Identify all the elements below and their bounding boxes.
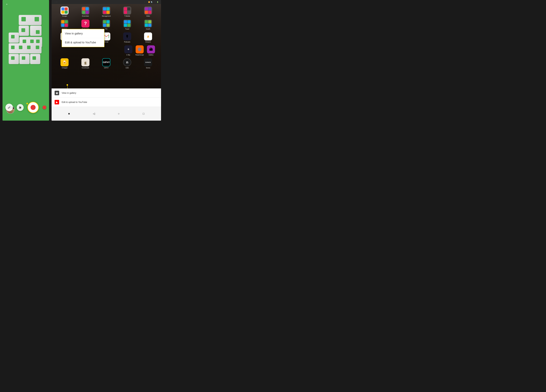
ksky-icon: ✦ [124,45,132,53]
video-icon [144,6,152,15]
edit-upload-popup[interactable]: Edit & upload to YouTube [62,38,104,47]
app-untappd[interactable]: 🍺 Untappd [59,58,70,69]
app-row-1: Google Essentials [54,6,158,17]
app-giphy[interactable]: GIPHY GIPHY [101,58,111,69]
sheet-youtube-icon: ▶ [55,100,59,104]
management-label: Management [102,15,111,17]
nav-recents-button[interactable]: □ [140,111,147,117]
status-bar: 3:35 🖼 ⊞ 📶 📡 59% 🔋 [52,0,161,4]
yellow-dot-connector [26,103,28,104]
app-podcasts[interactable]: 🎙 Podcasts [122,32,132,43]
mic-icon: 🎤 [8,106,10,109]
app-essentials[interactable]: Essentials [80,6,91,17]
app-management[interactable]: Management [101,6,111,17]
app-google[interactable]: Google [59,6,70,17]
goodreads-label: Goodreads [82,67,89,69]
sheet-youtube-text: Edit & upload to YouTube [62,101,87,103]
travel-label: Travel [125,28,129,30]
app-tmobile[interactable]: T-Mobile [122,6,132,17]
app-travel[interactable]: Travel [122,19,132,30]
nav-home-button[interactable]: ○ [116,111,122,117]
notin-label: notin [126,67,129,69]
app-ksky[interactable]: ✦ k Sky [123,45,133,56]
right-phone-screen: 3:35 🖼 ⊞ 📶 📡 59% 🔋 [52,0,161,121]
app-radarscope[interactable]: 🌀 RadarScope [135,45,145,56]
fin-label: Fin [105,28,107,30]
radarscope-label: RadarScope [136,54,144,56]
cast-icon: ⊞ [146,1,147,3]
bottom-sheet: ▣ View in gallery ▶ Edit & upload to You… [52,89,161,107]
mic-button[interactable]: 🎤 [5,104,13,111]
giphy-label: GIPHY [104,67,109,69]
nav-recents-icon: □ [143,112,144,115]
untappd-icon: 🍺 [60,58,69,66]
record-button-main[interactable] [27,102,39,113]
connector-dot [66,84,68,86]
record-dot-small [43,106,46,109]
camera-button[interactable]: 🎥 [17,104,24,111]
ksky-label: k Sky [126,54,130,56]
health-icon [144,19,152,27]
untappd-label: Untappd [62,67,67,69]
nav-home-icon: ○ [118,112,119,115]
app-row-5: 🍺 Untappd g Goodreads GIPHY GIPHY n noti… [54,58,158,69]
notification-icon: 🖼 [144,1,146,3]
essentials-label: Essentials [82,15,89,17]
podcasts-icon: 🎙 [123,32,131,40]
app-gallery[interactable]: 🏔 Gallery [146,45,156,56]
amazon-icon: a [144,32,152,40]
left-phone-screen: 🎤 🎥 [2,0,49,121]
bottom-controls: 🎤 🎥 [2,102,49,113]
status-time: 3:35 [54,1,58,3]
video-label: Video [146,15,150,17]
travel-icon [123,19,131,27]
app-row-2: Games ? Quick Help Fin [54,19,158,30]
nav-square-icon: ■ [66,111,72,117]
sheet-gallery-icon: ▣ [55,91,59,95]
fin-icon [102,19,110,27]
games-icon [60,19,69,27]
health-label: Health [146,28,150,30]
amazon-label: Amazon [145,41,151,43]
tmobile-icon [123,6,131,15]
signal-icon: 📡 [151,1,152,3]
nav-back-icon: ◁ [93,112,95,115]
puzzle-board [9,15,43,73]
sheet-item-youtube[interactable]: ▶ Edit & upload to YouTube [52,98,161,107]
goodreads-icon: g [81,58,90,66]
gmail-label: Gmail [104,41,108,43]
sheet-item-gallery[interactable]: ▣ View in gallery [52,89,161,98]
gallery-label: Gallery [149,54,153,56]
nav-back-button[interactable]: ◁ [91,111,97,117]
app-quickhelp[interactable]: ? Quick Help [80,19,91,30]
status-dot [6,4,7,5]
nav-bar: ■ ◁ ○ □ [52,107,161,121]
quickhelp-icon: ? [81,19,90,27]
status-icons: 🖼 ⊞ 📶 📡 59% 🔋 [144,1,158,3]
management-icon [102,6,110,15]
app-games[interactable]: Games [59,19,70,30]
radarscope-icon: 🌀 [136,45,144,53]
app-notin[interactable]: n notin [122,58,132,69]
app-video[interactable]: Video [143,6,153,17]
battery-text: 59% [153,1,156,3]
giphy-icon: GIPHY [102,58,110,66]
sonos-icon: SONOS [144,58,152,66]
sonos-label: Sonos [146,67,150,69]
battery-icon: 🔋 [157,1,158,3]
app-health[interactable]: Health [143,19,153,30]
sheet-gallery-text: View in gallery [62,92,76,94]
google-label: Google [62,15,67,17]
google-icon [60,6,69,15]
app-sonos[interactable]: SONOS Sonos [143,58,153,69]
wifi-icon: 📶 [148,1,150,3]
app-amazon[interactable]: a Amazon [143,32,153,43]
view-in-gallery-popup[interactable]: View in gallery [62,29,104,38]
tmobile-label: T-Mobile [124,15,130,17]
context-menu-popup: View in gallery Edit & upload to YouTube [62,29,104,47]
camera-icon: 🎥 [19,106,21,109]
app-goodreads[interactable]: g Goodreads [80,58,91,69]
app-fin[interactable]: Fin [101,19,111,30]
podcasts-label: Podcasts [124,41,130,43]
essentials-icon [81,6,90,15]
